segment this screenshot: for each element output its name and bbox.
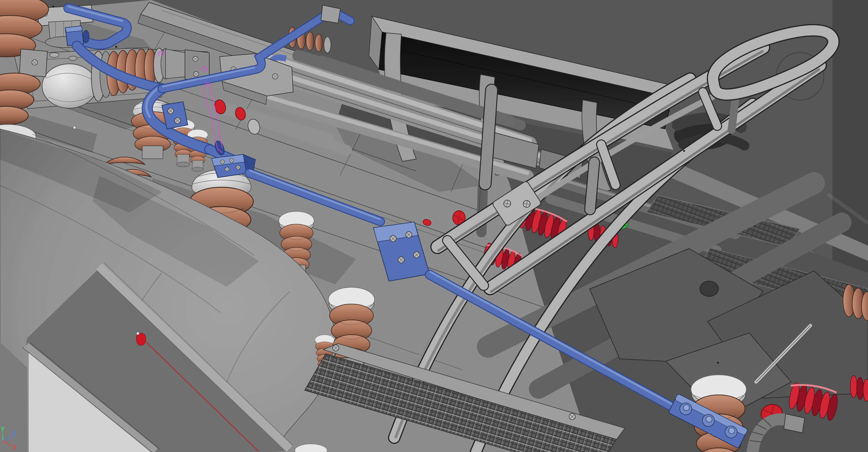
red-teardrop — [136, 333, 146, 346]
viewport-3d[interactable]: Y Z X — [0, 0, 868, 452]
magenta-dot — [73, 127, 75, 129]
z-axis-label: Z — [12, 430, 16, 438]
vertex-marker — [137, 332, 139, 334]
x-axis-label: X — [13, 444, 17, 451]
y-axis-label: Y — [1, 426, 5, 433]
